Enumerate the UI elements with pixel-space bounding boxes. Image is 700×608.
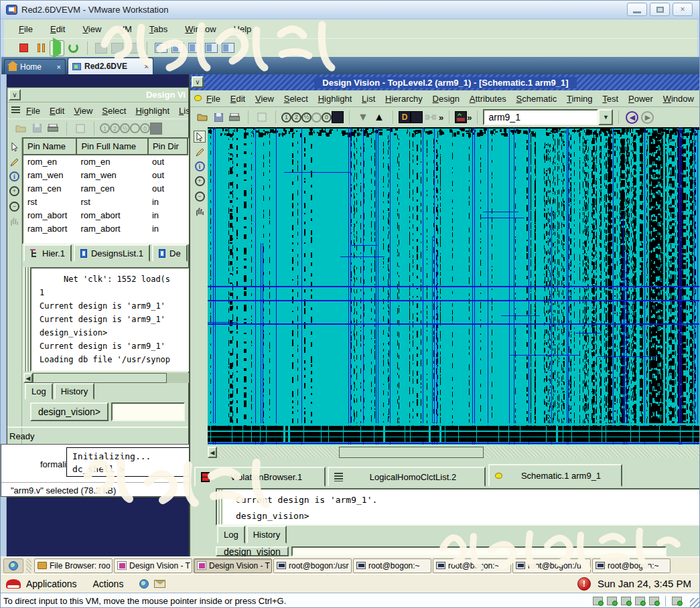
- dvf-command-input[interactable]: [291, 546, 667, 556]
- move-down-icon[interactable]: ▼: [356, 111, 370, 123]
- tab-vm-close-icon[interactable]: ×: [145, 62, 149, 70]
- timing-path-icon[interactable]: [424, 111, 437, 123]
- minimize-button[interactable]: [627, 3, 647, 16]
- dvb-menu-file[interactable]: File: [26, 106, 40, 116]
- tab-logicalhomoclctlist[interactable]: LogicalHomoClctList.2: [328, 467, 486, 487]
- zoom-in-tool-icon[interactable]: +: [9, 185, 21, 197]
- toolbar-overflow-chevron[interactable]: »: [439, 112, 443, 123]
- schematic-hscrollbar[interactable]: ◀: [208, 447, 700, 458]
- email-launcher-icon[interactable]: [154, 580, 165, 588]
- snapshot-manager-button[interactable]: [127, 43, 139, 54]
- dvb-menu-edit[interactable]: Edit: [50, 106, 64, 116]
- redhat-menu-icon[interactable]: [6, 579, 21, 589]
- dvb-tab-log[interactable]: Log: [25, 383, 53, 400]
- dvf-menu-list[interactable]: List: [362, 94, 375, 104]
- dvb-menu-view[interactable]: View: [74, 106, 92, 116]
- dvf-menu-design[interactable]: Design: [433, 94, 460, 104]
- dvf-menu-highlight[interactable]: Highlight: [318, 94, 352, 104]
- table-row[interactable]: rstrstin: [23, 195, 188, 208]
- network-device-icon[interactable]: [621, 597, 631, 605]
- close-button[interactable]: ×: [673, 3, 693, 16]
- dvf-window-menu-button[interactable]: ∨: [192, 76, 204, 88]
- tab-violationbrowser[interactable]: ViolationBrowser.1: [194, 467, 326, 487]
- dvf-tab-history[interactable]: History: [247, 526, 287, 544]
- scroll-left-icon[interactable]: ◀: [23, 373, 33, 383]
- panel-clock[interactable]: Sun Jan 24, 3:45 PM: [598, 578, 691, 589]
- info-tool-icon[interactable]: i: [9, 171, 19, 181]
- taskbar-terminal-1[interactable]: root@bogon:/usr: [273, 558, 352, 573]
- console-view-button[interactable]: [171, 43, 184, 53]
- back-icon[interactable]: ◀: [626, 111, 638, 124]
- forward-icon[interactable]: ▶: [641, 111, 654, 124]
- zoom-0-icon[interactable]: 0: [322, 112, 332, 123]
- table-row[interactable]: ram_cenram_cenout: [23, 181, 188, 195]
- menu-file[interactable]: File: [19, 24, 33, 34]
- save-icon[interactable]: [212, 111, 225, 123]
- dvb-prompt-button[interactable]: design_vision>: [30, 402, 109, 421]
- zoom-0-icon[interactable]: 0: [140, 123, 150, 133]
- dvb-tab-history[interactable]: History: [54, 383, 94, 400]
- dvf-menu-test[interactable]: Test: [602, 94, 618, 104]
- table-row[interactable]: rom_abortrom_abortin: [23, 208, 188, 222]
- browser-launcher-icon[interactable]: [139, 579, 149, 589]
- applications-menu[interactable]: Applications: [26, 579, 77, 589]
- sound-device-icon[interactable]: [635, 597, 645, 605]
- zoom-2-icon[interactable]: 2: [110, 123, 120, 133]
- dvf-menu-attributes[interactable]: Attributes: [470, 94, 506, 104]
- move-up-icon[interactable]: ▲: [372, 111, 386, 123]
- select-tool-icon[interactable]: [9, 141, 21, 153]
- dvf-titlebar[interactable]: ∨ Design Vision - TopLevel.2 (arm9_1) - …: [190, 74, 700, 90]
- dvf-menu-file[interactable]: File: [206, 94, 220, 104]
- print-icon[interactable]: [228, 111, 241, 123]
- taskbar-terminal-3[interactable]: root@bogon:~: [433, 558, 511, 573]
- zoom-half-icon[interactable]: ½: [120, 123, 130, 133]
- tab-vm-red26dvevm[interactable]: Red2.6DVE ×: [68, 58, 153, 74]
- scroll-left-icon[interactable]: ◀: [208, 447, 217, 458]
- console-splitter[interactable]: [217, 489, 224, 524]
- dropdown-icon[interactable]: ▼: [598, 109, 613, 125]
- unity-button[interactable]: [205, 43, 218, 53]
- design-selector-value[interactable]: arm9_1: [483, 109, 598, 125]
- snapshot-button[interactable]: [95, 43, 107, 54]
- harddisk-device-icon[interactable]: [607, 597, 617, 605]
- suspend-button[interactable]: [34, 42, 48, 55]
- tab-hier1[interactable]: Hier.1: [23, 244, 72, 262]
- taskbar-design-vision-2[interactable]: Design Vision - T: [194, 558, 272, 573]
- view-settings-icon[interactable]: [332, 111, 344, 123]
- tab-home[interactable]: Home ×: [4, 59, 66, 74]
- dvf-tab-log[interactable]: Log: [217, 526, 245, 544]
- dvf-menu-edit[interactable]: Edit: [230, 94, 245, 104]
- dvb-log-hscrollbar[interactable]: ◀: [23, 373, 190, 383]
- resize-grip[interactable]: [690, 598, 699, 607]
- print-icon[interactable]: [46, 123, 60, 135]
- waveform-icon[interactable]: [455, 111, 467, 123]
- open-icon[interactable]: [14, 123, 27, 135]
- maximize-button[interactable]: [650, 3, 670, 16]
- dvf-menu-hierarchy[interactable]: Hierarchy: [385, 94, 423, 104]
- zoom-out-tool-icon[interactable]: −: [9, 200, 21, 212]
- dvf-console[interactable]: Current design is 'arm9_1'. design_visio…: [216, 488, 700, 526]
- fullscreen-button[interactable]: [188, 43, 201, 53]
- open-icon[interactable]: [196, 111, 209, 123]
- taskbar-handle[interactable]: [26, 558, 31, 573]
- menu-view[interactable]: View: [82, 24, 101, 34]
- summary-view-button[interactable]: [222, 43, 234, 53]
- power-off-button[interactable]: [17, 42, 30, 55]
- zoom-1-icon[interactable]: 1: [100, 123, 110, 133]
- menu-edit[interactable]: Edit: [50, 24, 65, 34]
- design-selector[interactable]: arm9_1 ▼: [483, 109, 613, 125]
- select-tool-icon[interactable]: [194, 131, 206, 143]
- zoom-half-icon[interactable]: ½: [301, 112, 311, 123]
- edit-tool-icon[interactable]: [9, 156, 21, 168]
- dvb-titlebar[interactable]: ∨ Design Vi: [7, 88, 188, 102]
- show-sidebar-button[interactable]: [155, 43, 167, 53]
- taskbar-file-browser[interactable]: File Browser: roo: [34, 558, 113, 573]
- cdrom-device-icon[interactable]: [593, 597, 603, 605]
- dvb-window-menu-button[interactable]: ∨: [9, 89, 21, 100]
- log-splitter[interactable]: [23, 267, 29, 372]
- tab-schematic1[interactable]: Schematic.1 arm9_1: [488, 464, 622, 487]
- table-row[interactable]: ram_wenram_wenout: [23, 168, 188, 181]
- zoom-in-tool-icon[interactable]: +: [194, 175, 206, 187]
- dvf-menu-power[interactable]: Power: [628, 94, 653, 104]
- tab-designslist1[interactable]: DesignsList.1: [74, 244, 150, 262]
